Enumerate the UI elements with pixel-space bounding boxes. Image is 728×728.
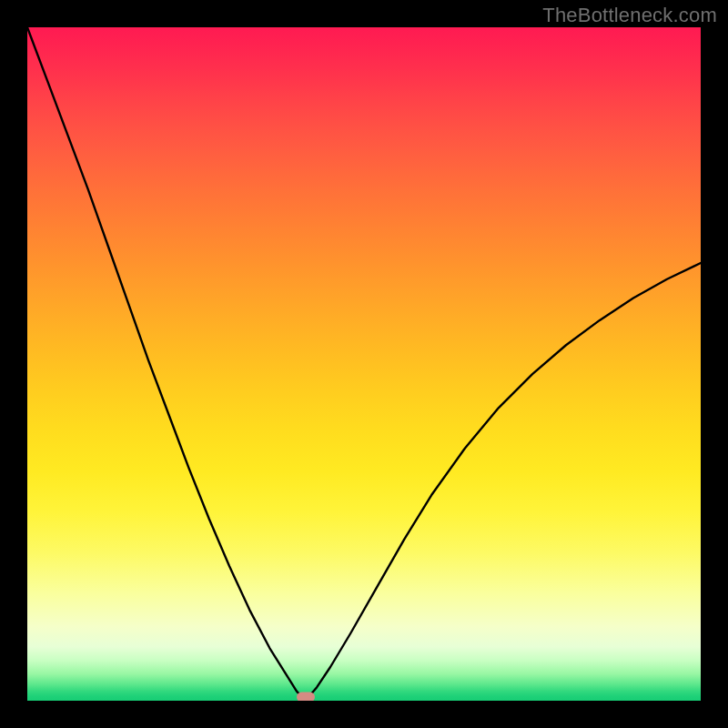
plot-area [27,27,701,701]
bottleneck-curve [27,27,701,701]
minimum-marker [297,692,315,701]
watermark-text: TheBottleneck.com [542,4,717,27]
outer-frame: TheBottleneck.com [0,0,728,728]
